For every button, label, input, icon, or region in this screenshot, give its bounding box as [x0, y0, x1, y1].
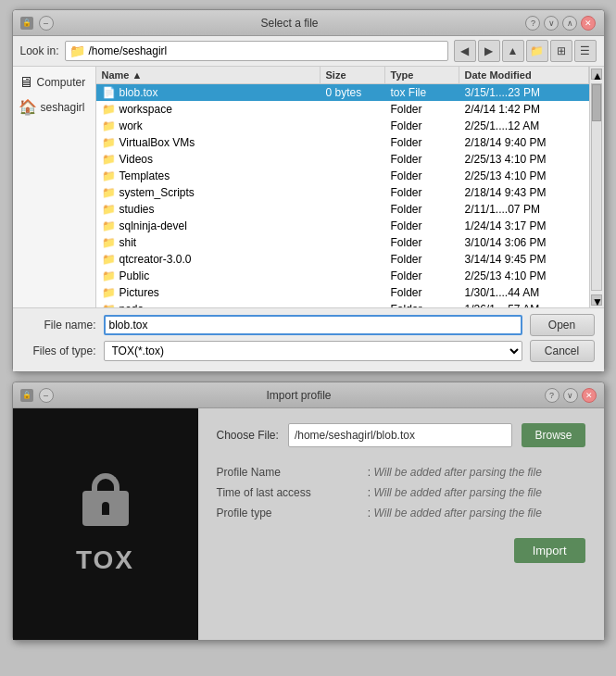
table-row[interactable]: 📁workFolder2/25/1....12 AM — [96, 118, 589, 134]
tox-label: TOX — [76, 545, 134, 575]
info-key: Time of last access — [217, 486, 365, 499]
table-row[interactable]: 📁TemplatesFolder2/25/13 4:10 PM — [96, 168, 589, 184]
info-colon: : — [365, 466, 374, 479]
import-close-btn[interactable]: ✕ — [582, 388, 597, 403]
file-type: Folder — [385, 118, 459, 134]
import-expand-btn[interactable]: ∨ — [563, 388, 578, 403]
table-row[interactable]: 📁system_ScriptsFolder2/18/14 9:43 PM — [96, 184, 589, 201]
file-type: Folder — [385, 251, 459, 268]
file-name: peda — [119, 303, 145, 307]
import-button[interactable]: Import — [514, 538, 585, 563]
file-date: 2/18/14 9:40 PM — [459, 134, 589, 151]
browse-button[interactable]: Browse — [522, 423, 585, 447]
minimize-button[interactable]: – — [39, 16, 54, 31]
table-row[interactable]: 📁PublicFolder2/25/13 4:10 PM — [96, 268, 589, 284]
filename-row: File name: Open — [22, 314, 595, 336]
new-folder-button[interactable]: 📁 — [526, 40, 548, 62]
file-type-icon: 📁 — [102, 103, 116, 116]
file-size — [321, 118, 385, 134]
info-value: Will be added after parsing the file — [374, 466, 585, 479]
current-path-text: /home/seshagirl — [89, 44, 168, 57]
import-dialog-title: Import profile — [266, 389, 331, 402]
left-panel: 🖥 Computer 🏠 seshagirl — [13, 67, 96, 307]
file-size — [321, 134, 385, 151]
scrollbar[interactable]: ▲ ▼ — [589, 67, 604, 307]
import-titlebar-left: 🔒 – — [20, 388, 54, 403]
file-dialog-footer: File name: Open Files of type: TOX(*.tox… — [13, 307, 604, 371]
table-row[interactable]: 📁VirtualBox VMsFolder2/18/14 9:40 PM — [96, 134, 589, 151]
file-name: Templates — [119, 169, 170, 182]
import-footer: Import — [217, 538, 585, 570]
table-row[interactable]: 📁PicturesFolder1/30/1....44 AM — [96, 284, 589, 301]
path-display[interactable]: 📁 /home/seshagirl — [65, 41, 448, 61]
table-row[interactable]: 📁pedaFolder1/26/1....57 AM — [96, 301, 589, 307]
file-dialog: 🔒 – Select a file ? ∨ ∧ ✕ Look in: 📁 /ho… — [12, 9, 605, 372]
file-type-icon: 📁 — [102, 153, 116, 166]
open-button[interactable]: Open — [530, 314, 595, 336]
info-value: Will be added after parsing the file — [374, 486, 585, 499]
home-icon: 🏠 — [19, 98, 37, 116]
choose-file-label: Choose File: — [217, 429, 279, 442]
filetype-select[interactable]: TOX(*.tox) — [104, 341, 522, 361]
col-date: Date Modified — [459, 67, 589, 83]
maximize-button[interactable]: ∧ — [562, 16, 577, 31]
scrollbar-thumb[interactable] — [592, 84, 601, 121]
file-size — [321, 184, 385, 201]
titlebar-left: 🔒 – — [20, 16, 54, 31]
file-name: workspace — [119, 103, 172, 116]
file-size — [321, 151, 385, 168]
cancel-button[interactable]: Cancel — [530, 340, 595, 362]
file-type-icon: 📁 — [102, 186, 116, 199]
help-button[interactable]: ? — [525, 16, 540, 31]
left-item-home[interactable]: 🏠 seshagirl — [13, 94, 95, 119]
import-help-btn[interactable]: ? — [545, 388, 559, 403]
file-name: system_Scripts — [119, 186, 195, 199]
table-row[interactable]: 📁shitFolder3/10/14 3:06 PM — [96, 234, 589, 251]
close-button[interactable]: ✕ — [581, 16, 596, 31]
file-rows: 📄blob.tox0 bytestox File3/15/1....23 PM📁… — [96, 84, 589, 307]
choose-file-input[interactable] — [288, 423, 513, 447]
filename-input[interactable] — [104, 315, 522, 335]
scroll-up-btn[interactable]: ▲ — [591, 69, 602, 80]
table-row[interactable]: 📁VideosFolder2/25/13 4:10 PM — [96, 151, 589, 168]
import-body: TOX Choose File: Browse Profile Name:Wil… — [13, 408, 604, 640]
file-size — [321, 284, 385, 301]
file-name: work — [119, 119, 143, 132]
file-dialog-titlebar: 🔒 – Select a file ? ∨ ∧ ✕ — [13, 10, 604, 36]
table-row[interactable]: 📁sqlninja-develFolder1/24/14 3:17 PM — [96, 218, 589, 234]
file-date: 1/26/1....57 AM — [459, 301, 589, 307]
icon-view-button[interactable]: ⊞ — [550, 40, 572, 62]
file-size — [321, 168, 385, 184]
scrollbar-track[interactable] — [591, 83, 602, 291]
file-size — [321, 218, 385, 234]
file-date: 2/25/13 4:10 PM — [459, 168, 589, 184]
tox-logo: TOX — [76, 473, 134, 575]
home-label: seshagirl — [41, 101, 85, 114]
back-button[interactable]: ◀ — [454, 40, 476, 62]
file-type: Folder — [385, 268, 459, 284]
computer-label: Computer — [37, 76, 86, 89]
expand-button[interactable]: ∨ — [544, 16, 559, 31]
up-button[interactable]: ▲ — [502, 40, 524, 62]
left-item-computer[interactable]: 🖥 Computer — [13, 70, 95, 94]
tox-logo-panel: TOX — [13, 408, 198, 640]
file-size — [321, 251, 385, 268]
forward-button[interactable]: ▶ — [478, 40, 500, 62]
file-list-header: Name ▲ Size Type Date Modified — [96, 67, 589, 84]
file-type: Folder — [385, 151, 459, 168]
file-name: studies — [119, 203, 155, 216]
import-lock-icon: 🔒 — [20, 389, 33, 402]
table-row[interactable]: 📁studiesFolder2/11/1....07 PM — [96, 201, 589, 218]
filetype-label: Files of type: — [22, 344, 96, 357]
file-type-icon: 📁 — [102, 119, 116, 132]
table-row[interactable]: 📄blob.tox0 bytestox File3/15/1....23 PM — [96, 84, 589, 101]
table-row[interactable]: 📁qtcreator-3.0.0Folder3/14/14 9:45 PM — [96, 251, 589, 268]
file-date: 3/10/14 3:06 PM — [459, 234, 589, 251]
table-row[interactable]: 📁workspaceFolder2/4/14 1:42 PM — [96, 101, 589, 118]
list-view-button[interactable]: ☰ — [574, 40, 597, 62]
scroll-down-btn[interactable]: ▼ — [591, 294, 602, 306]
file-date: 2/11/1....07 PM — [459, 201, 589, 218]
file-date: 2/4/14 1:42 PM — [459, 101, 589, 118]
import-minimize-btn[interactable]: – — [39, 388, 54, 403]
file-size: 0 bytes — [321, 84, 385, 101]
